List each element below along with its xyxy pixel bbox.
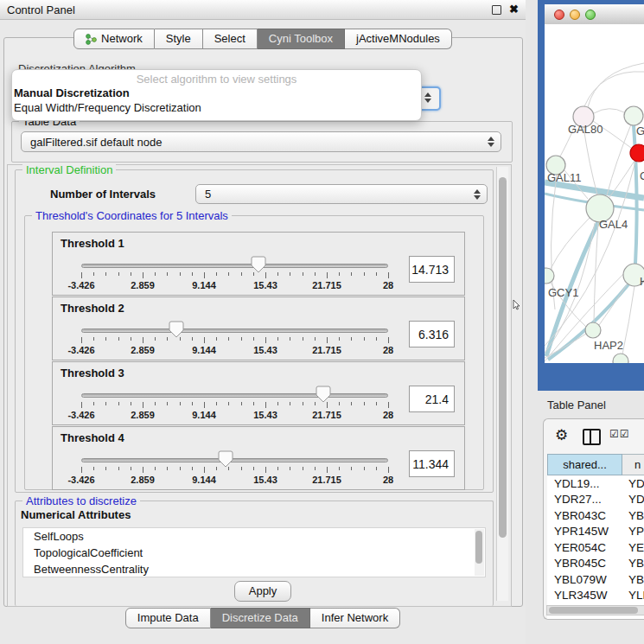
network-edge[interactable] [583,127,597,194]
cell-shared-name[interactable]: YBL079W [547,573,622,586]
cell-name[interactable]: YBL0 [622,573,644,586]
float-window-icon[interactable] [492,5,501,15]
slider-tick-label: 21.715 [312,475,341,485]
slider-tick [327,337,328,343]
cell-shared-name[interactable]: YDL19... [547,477,622,490]
network-tab-icon [86,34,97,45]
table-row[interactable]: YBR043CYBR0 [547,507,644,524]
thresholds-group-label: Threshold's Coordinates for 5 Intervals [32,209,232,222]
threshold-label: Threshold 1 [61,237,124,250]
tab-infer-network-label: Infer Network [322,609,388,628]
threshold-panel: Threshold 4 -3.4262.8599.14415.4321.7152… [52,426,465,490]
menu-item-manual-discretization[interactable]: Manual Discretization [12,86,421,100]
threshold-value-input[interactable]: 14.713 [409,256,455,283]
network-node-label: GAL11 [547,171,582,184]
threshold-value-input[interactable]: 21.4 [409,386,455,412]
cell-name[interactable]: YLR3 [622,589,644,602]
list-scrollbar[interactable] [475,529,484,576]
cell-shared-name[interactable]: YPR145W [547,525,622,538]
network-canvas[interactable]: GAL80GACGAL11GAL4GCY1HHAP2 [545,24,644,363]
network-edge[interactable] [584,72,644,106]
network-window-titlebar[interactable] [545,4,644,25]
gear-icon[interactable]: ⚙ [555,426,568,444]
tab-select[interactable]: Select [203,29,258,49]
cell-name[interactable]: YER0 [622,541,644,554]
slider-track[interactable] [81,264,388,268]
tab-cyni-toolbox[interactable]: Cyni Toolbox [258,29,345,49]
cell-name[interactable]: YDR2 [622,493,644,506]
minimize-traffic-light[interactable] [570,10,580,20]
cell-name[interactable]: YBR0 [622,509,644,522]
main-scrollbar-thumb[interactable] [499,177,507,538]
tab-network[interactable]: Network [73,29,155,49]
network-edge[interactable] [599,284,628,325]
table-row[interactable]: YPR145WYPR1 [547,524,644,540]
cell-shared-name[interactable]: YDR27... [547,493,622,506]
network-edge[interactable] [594,109,624,113]
cell-shared-name[interactable]: YBR043C [547,509,622,522]
tab-infer-network[interactable]: Infer Network [310,608,400,628]
table-row[interactable]: YDL19...YDL1 [547,475,644,492]
cell-shared-name[interactable]: YER054C [547,541,622,554]
threshold-value-input[interactable]: 11.344 [409,450,455,477]
tab-jactivemnodules[interactable]: jActiveMNodules [345,29,452,49]
slider-thumb[interactable] [169,321,184,338]
network-node[interactable] [545,268,554,284]
slider-thumb[interactable] [218,450,233,468]
table-data-combobox[interactable]: galFiltered.sif default node [21,131,501,152]
slider-track[interactable] [81,328,388,333]
slider-track[interactable] [81,393,388,398]
slider-tick [155,467,156,470]
close-icon[interactable]: ✖ [509,5,519,14]
table-row[interactable]: YBR045CYBR0 [547,556,644,572]
column-header-shared-name[interactable]: shared... [547,454,622,475]
network-node[interactable] [630,144,644,162]
list-item[interactable]: BetweennessCentrality [23,561,485,577]
cell-shared-name[interactable]: YLR345W [547,589,622,602]
slider-track[interactable] [81,458,388,462]
slider-thumb[interactable] [316,386,331,403]
list-item[interactable]: TopologicalCoefficient [23,545,485,561]
slider-tick [351,337,352,341]
table-row[interactable]: YER054CYER0 [547,539,644,556]
list-scrollbar-thumb[interactable] [475,531,482,564]
numerical-attributes-list[interactable]: SelfLoops TopologicalCoefficient Between… [22,527,486,577]
slider-tick-label: 15.43 [253,475,277,485]
table-row[interactable]: YBL079WYBL0 [547,571,644,588]
slider-tick [180,337,181,341]
apply-button[interactable]: Apply [234,581,291,602]
select-columns-icons[interactable]: ☑☑ [609,428,630,440]
slider-tick [376,272,377,276]
column-header-name[interactable]: n [622,454,644,475]
cell-shared-name[interactable]: YBR045C [547,557,622,570]
close-traffic-light[interactable] [554,10,564,20]
cell-name[interactable]: YPR1 [622,525,644,538]
table-hscrollbar-thumb[interactable] [549,607,638,614]
network-node[interactable] [624,106,643,125]
tab-style[interactable]: Style [155,29,203,49]
tab-impute-data[interactable]: Impute Data [125,608,211,628]
number-of-intervals-combobox[interactable]: 5 [195,184,488,204]
list-item[interactable]: SelfLoops [23,528,485,545]
network-node[interactable] [585,322,601,338]
split-columns-icon[interactable] [583,429,601,445]
network-graph[interactable]: GAL80GACGAL11GAL4GCY1HHAP2 [545,24,644,363]
cell-name[interactable]: YBR0 [622,557,644,570]
slider-tick [253,272,254,276]
slider-thumb[interactable] [251,256,266,273]
network-window[interactable]: GAL80GACGAL11GAL4GCY1HHAP2 [538,0,644,391]
slider-tick [216,467,217,470]
threshold-value-input[interactable]: 6.316 [409,321,455,348]
network-node[interactable] [613,354,628,363]
table-hscrollbar[interactable] [546,605,644,615]
menu-item-equal-width-frequency[interactable]: Equal Width/Frequency Discretization [12,100,421,115]
zoom-traffic-light[interactable] [585,10,596,20]
table-row[interactable]: YDR27...YDR2 [547,492,644,508]
network-edge[interactable] [588,63,644,107]
main-scrollbar[interactable] [496,167,508,601]
table-row[interactable]: YLR345WYLR3 [547,588,644,604]
cell-name[interactable]: YDL1 [622,477,644,490]
network-edge[interactable] [622,286,634,354]
network-edge[interactable] [551,218,590,269]
tab-discretize-data[interactable]: Discretize Data [211,608,310,628]
